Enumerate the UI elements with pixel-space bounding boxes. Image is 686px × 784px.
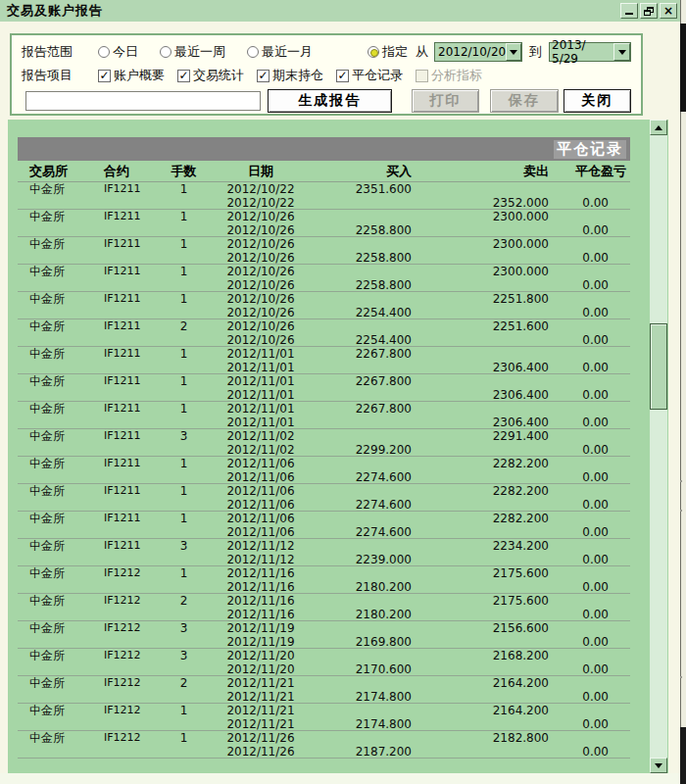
save-button: 保存 bbox=[490, 89, 558, 113]
from-date-combo[interactable]: 2012/10/20 bbox=[434, 42, 522, 62]
table-row: 中金所 IF1211 1 2012/11/06 2282.200 2012/11… bbox=[18, 484, 630, 512]
table-header-row: 交易所 合约 手数 日期 买入 卖出 平仓盈亏 bbox=[18, 161, 630, 182]
radio-icon bbox=[247, 46, 259, 58]
print-button: 打印 bbox=[412, 89, 479, 113]
table-row: 中金所 IF1211 1 2012/10/26 2300.000 2012/10… bbox=[18, 237, 630, 265]
table-banner: 平仓记录 bbox=[18, 137, 630, 161]
radio-label: 指定 bbox=[382, 43, 408, 61]
checkbox-label: 期末持仓 bbox=[272, 67, 323, 84]
table-row: 中金所 IF1211 1 2012/11/01 2267.800 2012/11… bbox=[18, 374, 630, 402]
table-row: 中金所 IF1211 1 2012/11/06 2282.200 2012/11… bbox=[18, 457, 630, 484]
scrollbar-thumb[interactable] bbox=[650, 323, 667, 410]
report-item-checkbox[interactable]: ✓ 期末持仓 bbox=[257, 67, 323, 84]
restore-button[interactable] bbox=[640, 3, 658, 19]
scroll-up-button[interactable] bbox=[650, 120, 667, 135]
window-title: 交易及账户报告 bbox=[0, 2, 103, 20]
close-button[interactable]: 关闭 bbox=[564, 89, 631, 113]
table-body: 中金所 IF1211 1 2012/10/22 2351.600 2012/10… bbox=[18, 182, 630, 759]
checkbox-icon: ✓ bbox=[98, 70, 111, 82]
from-date-value: 2012/10/20 bbox=[435, 45, 506, 59]
table-row: 中金所 IF1212 1 2012/11/16 2175.600 2012/11… bbox=[18, 566, 630, 594]
progress-bar bbox=[25, 91, 261, 111]
radio-icon bbox=[160, 46, 172, 58]
table-row: 中金所 IF1211 3 2012/11/02 2291.400 2012/11… bbox=[18, 429, 630, 457]
table-row: 中金所 IF1212 1 2012/11/26 2182.800 2012/11… bbox=[18, 731, 630, 759]
checkbox-label: 账户概要 bbox=[114, 67, 165, 84]
col-header-contract: 合约 bbox=[101, 163, 162, 180]
radio-icon bbox=[98, 46, 110, 58]
table-row: 中金所 IF1211 1 2012/10/26 2251.800 2012/10… bbox=[18, 292, 630, 319]
vertical-scrollbar[interactable] bbox=[650, 120, 667, 773]
report-window: 交易及账户报告 × 报告范围 今日 最近一周 最近一月 指定 从 2012/10… bbox=[0, 0, 680, 784]
items-label: 报告项目 bbox=[22, 67, 98, 84]
report-items-group: ✓ 账户概要 ✓ 交易统计 ✓ 期末持仓 ✓ 平仓记录 分析指标 bbox=[98, 67, 495, 84]
checkbox-label: 平仓记录 bbox=[352, 67, 403, 84]
arrow-down-icon bbox=[655, 763, 662, 768]
report-item-checkbox[interactable]: ✓ 账户概要 bbox=[98, 67, 165, 84]
checkbox-icon: ✓ bbox=[177, 70, 190, 82]
scroll-down-button[interactable] bbox=[650, 758, 667, 773]
checkbox-icon: ✓ bbox=[257, 70, 270, 82]
minimize-icon bbox=[625, 13, 633, 15]
table-row: 中金所 IF1211 1 2012/10/26 2300.000 2012/10… bbox=[18, 210, 630, 237]
report-form-panel: 报告范围 今日 最近一周 最近一月 指定 从 2012/10/20 到 2013… bbox=[10, 33, 643, 116]
radio-label: 最近一周 bbox=[174, 43, 225, 61]
chevron-down-icon bbox=[510, 50, 517, 55]
table-row: 中金所 IF1211 1 2012/11/01 2267.800 2012/11… bbox=[18, 347, 630, 374]
from-label: 从 bbox=[416, 43, 428, 61]
background-window-strip bbox=[680, 0, 686, 784]
minimize-button[interactable] bbox=[620, 3, 638, 19]
table-row: 中金所 IF1211 3 2012/11/12 2234.200 2012/11… bbox=[18, 539, 630, 566]
col-header-buy: 买入 bbox=[316, 163, 425, 180]
report-content-area: 平仓记录 交易所 合约 手数 日期 买入 卖出 平仓盈亏 中金所 IF1211 … bbox=[8, 120, 668, 773]
table-row: 中金所 IF1212 2 2012/11/16 2175.600 2012/11… bbox=[18, 594, 630, 621]
to-date-dropdown-button[interactable] bbox=[613, 43, 630, 61]
checkbox-label: 交易统计 bbox=[193, 67, 244, 84]
checkbox-icon bbox=[416, 70, 428, 82]
col-header-lots: 手数 bbox=[162, 163, 206, 180]
checkbox-icon: ✓ bbox=[336, 70, 349, 82]
col-header-pnl: 平仓盈亏 bbox=[564, 163, 630, 180]
titlebar: 交易及账户报告 × bbox=[0, 0, 680, 22]
table-row: 中金所 IF1212 2 2012/11/21 2164.200 2012/11… bbox=[18, 676, 630, 704]
report-item-checkbox[interactable]: ✓ 平仓记录 bbox=[336, 67, 403, 84]
table-row: 中金所 IF1211 1 2012/11/06 2282.200 2012/11… bbox=[18, 512, 630, 539]
report-item-checkbox: 分析指标 bbox=[416, 67, 482, 84]
range-label: 报告范围 bbox=[22, 43, 98, 61]
arrow-up-icon bbox=[655, 125, 662, 130]
close-window-button[interactable]: × bbox=[660, 3, 677, 19]
radio-label: 今日 bbox=[113, 43, 138, 61]
range-radio[interactable]: 最近一月 bbox=[247, 43, 313, 61]
banner-label: 平仓记录 bbox=[554, 140, 626, 159]
table-row: 中金所 IF1212 3 2012/11/20 2168.200 2012/11… bbox=[18, 649, 630, 676]
from-date-dropdown-button[interactable] bbox=[506, 43, 521, 61]
table-row: 中金所 IF1211 1 2012/10/22 2351.600 2012/10… bbox=[18, 182, 630, 210]
radio-label: 最近一月 bbox=[262, 43, 313, 61]
col-header-date: 日期 bbox=[206, 163, 316, 180]
chevron-down-icon bbox=[618, 50, 626, 55]
range-radio-group: 今日 最近一周 最近一月 指定 bbox=[98, 43, 416, 61]
close-icon: × bbox=[661, 4, 676, 18]
range-radio[interactable]: 今日 bbox=[98, 43, 138, 61]
range-radio[interactable]: 最近一周 bbox=[160, 43, 225, 61]
col-header-sell: 卖出 bbox=[425, 163, 564, 180]
table-row: 中金所 IF1211 2 2012/10/26 2251.600 2012/10… bbox=[18, 319, 630, 347]
to-label: 到 bbox=[529, 43, 542, 61]
table-row: 中金所 IF1211 1 2012/10/26 2300.000 2012/10… bbox=[18, 265, 630, 292]
col-header-exchange: 交易所 bbox=[18, 163, 101, 180]
radio-icon bbox=[368, 46, 379, 58]
table-row: 中金所 IF1211 1 2012/11/01 2267.800 2012/11… bbox=[18, 402, 630, 429]
window-bottom-border bbox=[0, 773, 680, 784]
generate-report-button[interactable]: 生成报告 bbox=[268, 89, 392, 113]
table-row: 中金所 IF1212 3 2012/11/19 2156.600 2012/11… bbox=[18, 621, 630, 649]
to-date-combo[interactable]: 2013/ 5/29 bbox=[549, 42, 631, 62]
report-item-checkbox[interactable]: ✓ 交易统计 bbox=[177, 67, 244, 84]
closed-positions-table: 平仓记录 交易所 合约 手数 日期 买入 卖出 平仓盈亏 中金所 IF1211 … bbox=[18, 137, 630, 759]
table-row: 中金所 IF1212 1 2012/11/21 2164.200 2012/11… bbox=[18, 704, 630, 731]
to-date-value: 2013/ 5/29 bbox=[550, 38, 613, 66]
range-radio[interactable]: 指定 bbox=[368, 43, 408, 61]
checkbox-label: 分析指标 bbox=[431, 67, 482, 84]
